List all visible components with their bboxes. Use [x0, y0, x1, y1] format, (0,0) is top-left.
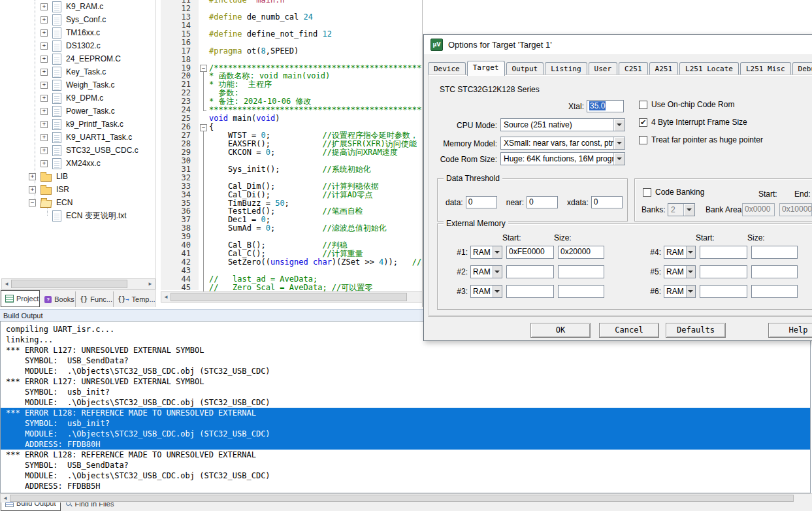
dropdown-arrow-icon[interactable] [493, 246, 502, 258]
build-log-line[interactable]: MODULE: .\Objects\STC32_USB_CDC.obj (STC… [1, 470, 810, 481]
help-button[interactable]: Help [768, 323, 812, 338]
code-banking-checkbox-row[interactable]: Code Banking [643, 188, 704, 197]
dialog-tab-debug[interactable]: Debug [792, 62, 812, 75]
tree-item-weigh_task-c[interactable]: +Weigh_Task.c [0, 78, 155, 91]
project-tree[interactable]: +K9_RAM.c+Sys_Conf.c+TM16xx.c+DS1302.c+2… [0, 0, 155, 277]
expand-toggle-icon[interactable]: + [41, 95, 48, 102]
memory-start-input[interactable] [700, 246, 747, 259]
tree-item-key_task-c[interactable]: +Key_Task.c [0, 65, 155, 78]
dialog-tab-target[interactable]: Target [467, 61, 505, 76]
scrollbar-thumb[interactable] [171, 293, 407, 301]
build-log-line[interactable]: MODULE: .\Objects\STC32_USB_CDC.obj (STC… [1, 366, 810, 376]
checkbox-icon[interactable] [639, 136, 647, 144]
expand-toggle-icon[interactable]: + [41, 160, 48, 167]
dialog-tab-l251-misc[interactable]: L251 Misc [740, 62, 791, 75]
memory-start-input[interactable] [700, 285, 747, 298]
build-log-line[interactable]: MODULE: .\Objects\STC32_USB_CDC.obj (STC… [1, 397, 810, 408]
dialog-tab-l251-locate[interactable]: L251 Locate [679, 62, 739, 75]
dialog-tab-a251[interactable]: A251 [649, 62, 679, 75]
dialog-tab-device[interactable]: Device [428, 62, 466, 75]
tree-item-ecn-txt[interactable]: ECN 变更说明.txt [0, 209, 155, 222]
scroll-left-icon[interactable]: ◄ [161, 292, 171, 302]
build-log-line[interactable]: SYMBOL: USB_SendData? [1, 355, 810, 366]
memory-start-input[interactable] [506, 285, 554, 298]
expand-toggle-icon[interactable]: + [29, 186, 36, 193]
build-log-line[interactable]: *** ERROR L127: UNRESOLVED EXTERNAL SYMB… [1, 345, 810, 355]
build-log-line[interactable]: SYMBOL: usb_init? [1, 418, 810, 429]
memory-size-input[interactable] [558, 285, 604, 298]
project-horizontal-scrollbar[interactable]: ◄ ► [1, 278, 155, 289]
tree-item-sys_conf-c[interactable]: +Sys_Conf.c [0, 13, 155, 26]
tree-item-24_eeprom-c[interactable]: +24_EEPROM.C [0, 52, 155, 65]
memory-start-input[interactable] [506, 265, 554, 278]
dropdown-arrow-icon[interactable] [613, 119, 625, 131]
expand-toggle-icon[interactable]: + [41, 121, 48, 128]
expand-toggle-icon[interactable]: + [41, 147, 48, 154]
tree-item-k9_ram-c[interactable]: +K9_RAM.c [0, 0, 155, 13]
threshold-input-xdata[interactable]: 0 [591, 196, 623, 208]
tree-item-isr[interactable]: +ISR [0, 183, 155, 196]
tree-item-stc32_usb_cdc-c[interactable]: +STC32_USB_CDC.c [0, 144, 155, 157]
scrollbar-thumb[interactable] [10, 495, 794, 502]
tab-books[interactable]: ?Books [41, 291, 75, 307]
dropdown-arrow-icon[interactable] [686, 266, 695, 278]
tree-item-xm24xx-c[interactable]: +XM24xx.c [0, 157, 155, 170]
defaults-button[interactable]: Defaults [666, 323, 726, 338]
scroll-left-icon[interactable]: ◄ [1, 494, 10, 503]
tree-item-lib[interactable]: +LIB [0, 170, 155, 183]
dialog-tab-listing[interactable]: Listing [545, 62, 587, 75]
build-log-line[interactable]: *** ERROR L127: UNRESOLVED EXTERNAL SYMB… [1, 376, 810, 387]
code-rom-size-select[interactable]: Huge: 64K functions, 16M progr. [500, 152, 625, 165]
scroll-right-icon[interactable]: ► [146, 279, 155, 289]
build-log-line[interactable]: *** ERROR L128: REFERENCE MADE TO UNRESO… [1, 450, 810, 460]
expand-toggle-icon[interactable]: + [41, 108, 48, 115]
expand-toggle-icon[interactable]: + [41, 3, 48, 10]
threshold-input-near[interactable]: 0 [527, 196, 558, 208]
tree-item-ecn[interactable]: −ECN [0, 196, 155, 209]
checkbox-4-byte-interrupt-frame-size[interactable]: ✔4 Byte Interrupt Frame Size [639, 118, 763, 127]
memory-type-select[interactable]: RAM [664, 246, 696, 259]
build-log-line[interactable]: MODULE: .\Objects\STC32_USB_CDC.obj (STC… [1, 429, 810, 439]
tree-item-tm16xx-c[interactable]: +TM16xx.c [0, 26, 155, 39]
expand-toggle-icon[interactable]: − [29, 199, 36, 206]
build-log-line[interactable]: ADDRESS: FFDB80H [1, 439, 810, 450]
scrollbar-thumb[interactable] [11, 280, 127, 288]
memory-size-input[interactable]: 0x20000 [558, 246, 604, 259]
build-log-line[interactable]: SYMBOL: USB_SendData? [1, 460, 810, 470]
editor-horizontal-scrollbar[interactable]: ◄ [161, 291, 423, 303]
cpu-mode-select[interactable]: Source (251 native) [500, 118, 625, 131]
dropdown-arrow-icon[interactable] [493, 266, 502, 278]
tree-item-k9_uart1_task-c[interactable]: +K9_UART1_Task.c [0, 131, 155, 144]
expand-toggle-icon[interactable]: + [41, 42, 48, 50]
checkbox-use-on-chip-code-rom[interactable]: Use On-chip Code Rom [639, 100, 763, 109]
tab-func[interactable]: {}Func... [75, 291, 113, 307]
memory-start-input[interactable]: 0xFE0000 [506, 246, 554, 259]
memory-type-select[interactable]: RAM [470, 265, 502, 278]
tree-item-power_task-c[interactable]: +Power_Task.c [0, 105, 155, 118]
dropdown-arrow-icon[interactable] [613, 137, 625, 149]
ok-button[interactable]: OK [530, 323, 591, 338]
dropdown-arrow-icon[interactable] [686, 246, 695, 258]
checkbox-treat-far-pointer-as-huge-pointer[interactable]: Treat far pointer as huge pointer [639, 135, 763, 144]
expand-toggle-icon[interactable]: + [41, 82, 48, 89]
code-banking-checkbox[interactable] [643, 188, 651, 197]
threshold-input-data[interactable]: 0 [466, 196, 497, 208]
memory-start-input[interactable] [700, 265, 747, 278]
tree-item-ds1302-c[interactable]: +DS1302.c [0, 39, 155, 52]
memory-type-select[interactable]: RAM [664, 285, 696, 298]
memory-size-input[interactable] [751, 285, 798, 298]
checkbox-icon[interactable]: ✔ [639, 118, 647, 127]
dropdown-arrow-icon[interactable] [686, 286, 695, 297]
tree-item-k9_dpm-c[interactable]: +K9_DPM.c [0, 91, 155, 105]
xtal-input[interactable]: 35.0 [587, 100, 624, 112]
dialog-tab-c251[interactable]: C251 [619, 62, 648, 75]
tab-temp[interactable]: {} Temp... [113, 291, 155, 307]
dropdown-arrow-icon[interactable] [493, 286, 502, 297]
build-log-line[interactable]: SYMBOL: usb_init? [1, 387, 810, 397]
memory-size-input[interactable] [558, 265, 604, 278]
dialog-tab-output[interactable]: Output [506, 62, 544, 75]
dialog-titlebar[interactable]: μV Options for Target 'Target 1' [424, 35, 812, 54]
tree-item-k9_printf_task-c[interactable]: +k9_Printf_Task.c [0, 118, 155, 131]
build-log-line[interactable]: *** ERROR L128: REFERENCE MADE TO UNRESO… [1, 408, 810, 418]
build-output-log[interactable]: compiling UART_isr.c...linking...*** ERR… [0, 321, 811, 493]
